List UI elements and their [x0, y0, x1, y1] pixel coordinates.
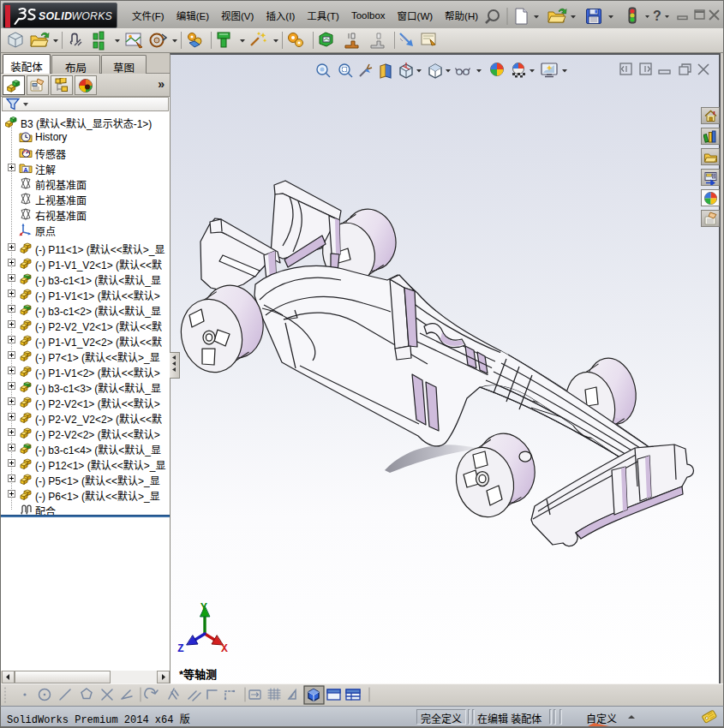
svg-text:Z: Z — [177, 642, 184, 655]
svg-text:?: ? — [653, 9, 661, 23]
svg-text:SOLID: SOLID — [39, 10, 72, 22]
svg-text:Y: Y — [200, 601, 207, 614]
svg-text:X: X — [221, 642, 228, 655]
svg-text:WORKS: WORKS — [72, 10, 113, 22]
